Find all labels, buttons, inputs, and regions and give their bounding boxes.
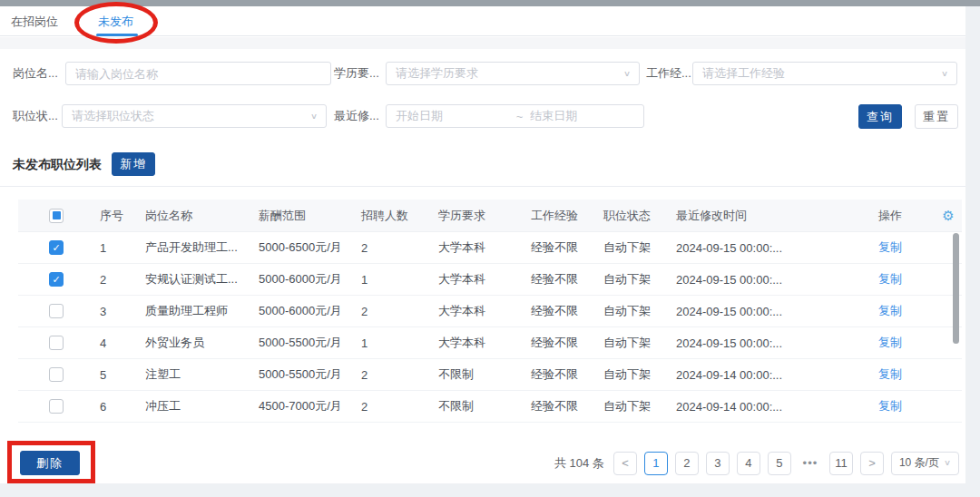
page-button-2[interactable]: 2 bbox=[675, 452, 699, 475]
row-modified: 2024-09-15 00:00:... bbox=[676, 273, 878, 287]
page: 在招岗位 未发布 岗位名... 学历要... 请选择学历要求 ∨ 工作经... … bbox=[0, 0, 980, 497]
job-name-label: 岗位名... bbox=[13, 62, 58, 85]
row-name: 质量助理工程师 bbox=[145, 303, 259, 319]
row-checkbox[interactable]: ✓ bbox=[49, 240, 64, 255]
col-header-actions: 操作 bbox=[878, 208, 935, 224]
table-row: ✓ 3 质量助理工程师 5000-6000元/月 2 大学本科 经验不限 自动下… bbox=[18, 296, 962, 327]
row-headcount: 1 bbox=[361, 336, 438, 350]
delete-button[interactable]: 删除 bbox=[20, 451, 80, 475]
row-modified: 2024-09-14 00:00:... bbox=[676, 368, 878, 382]
vertical-scrollbar-thumb[interactable] bbox=[953, 233, 959, 344]
experience-select[interactable]: 请选择工作经验 ∨ bbox=[692, 62, 957, 85]
copy-link[interactable]: 复制 bbox=[878, 399, 902, 413]
col-header-name: 岗位名称 bbox=[145, 208, 259, 224]
page-size-select[interactable]: 10 条/页 ∨ bbox=[891, 452, 959, 475]
col-header-index: 序号 bbox=[100, 208, 145, 224]
reset-button[interactable]: 重置 bbox=[915, 104, 958, 129]
page-size-value: 10 条/页 bbox=[899, 455, 939, 471]
chevron-down-icon: ∨ bbox=[944, 458, 951, 467]
date-range-picker[interactable]: 开始日期 ~ 结束日期 bbox=[386, 104, 644, 128]
pagination: 共 104 条 < 1 2 3 4 5 ••• 11 > 10 条/页 ∨ bbox=[554, 451, 959, 475]
row-modified: 2024-09-15 00:00:... bbox=[676, 241, 878, 255]
row-checkbox[interactable]: ✓ bbox=[49, 399, 64, 414]
table-row: ✓ 4 外贸业务员 5000-5500元/月 1 大学本科 经验不限 自动下架 … bbox=[18, 327, 962, 359]
date-end-placeholder: 结束日期 bbox=[530, 108, 643, 124]
row-name: 产品开发助理工... bbox=[145, 239, 259, 256]
education-select[interactable]: 请选择学历要求 ∨ bbox=[386, 62, 640, 85]
row-checkbox[interactable]: ✓ bbox=[49, 367, 64, 382]
top-strip bbox=[0, 0, 980, 6]
chevron-down-icon: ∨ bbox=[941, 69, 956, 78]
select-all-checkbox[interactable] bbox=[49, 209, 64, 223]
row-headcount: 2 bbox=[361, 400, 438, 414]
next-page-button[interactable]: > bbox=[860, 452, 884, 475]
col-header-modified: 最近修改时间 bbox=[676, 208, 878, 224]
tab-gap-band bbox=[0, 37, 965, 49]
row-education: 大学本科 bbox=[438, 303, 531, 319]
tab-unpublished[interactable]: 未发布 bbox=[98, 6, 133, 36]
row-checkbox[interactable]: ✓ bbox=[49, 336, 64, 350]
row-experience: 经验不限 bbox=[531, 303, 603, 319]
row-salary: 5000-5500元/月 bbox=[259, 366, 361, 383]
status-select[interactable]: 请选择职位状态 ∨ bbox=[62, 104, 327, 128]
section-divider bbox=[0, 186, 965, 187]
page-button-3[interactable]: 3 bbox=[706, 452, 730, 475]
row-checkbox[interactable]: ✓ bbox=[49, 272, 64, 287]
row-salary: 5000-6000元/月 bbox=[259, 303, 361, 319]
modified-filter-label: 最近修... bbox=[334, 104, 379, 128]
row-status: 自动下架 bbox=[603, 303, 676, 319]
status-select-placeholder: 请选择职位状态 bbox=[63, 108, 310, 124]
row-headcount: 2 bbox=[361, 305, 438, 318]
page-button-11[interactable]: 11 bbox=[829, 452, 853, 475]
table-row: ✓ 2 安规认证测试工... 5000-6000元/月 1 大学本科 经验不限 … bbox=[18, 264, 962, 296]
col-header-headcount: 招聘人数 bbox=[361, 208, 438, 224]
col-header-experience: 工作经验 bbox=[531, 208, 603, 224]
row-name: 安规认证测试工... bbox=[145, 271, 259, 287]
row-experience: 经验不限 bbox=[531, 366, 603, 383]
row-index: 5 bbox=[100, 368, 145, 382]
copy-link[interactable]: 复制 bbox=[878, 336, 902, 349]
page-button-1[interactable]: 1 bbox=[644, 452, 668, 475]
table-row: ✓ 6 冲压工 4500-7000元/月 2 不限制 经验不限 自动下架 202… bbox=[18, 391, 962, 423]
row-name: 冲压工 bbox=[145, 398, 259, 414]
copy-link[interactable]: 复制 bbox=[878, 240, 902, 254]
positions-table: 序号 岗位名称 薪酬范围 招聘人数 学历要求 工作经验 职位状态 最近修改时间 … bbox=[18, 200, 962, 423]
copy-link[interactable]: 复制 bbox=[878, 272, 902, 286]
row-headcount: 2 bbox=[361, 368, 438, 382]
col-header-education: 学历要求 bbox=[438, 208, 531, 224]
experience-filter-label: 工作经... bbox=[646, 62, 691, 85]
row-education: 不限制 bbox=[438, 398, 531, 414]
row-index: 4 bbox=[100, 336, 145, 350]
row-index: 1 bbox=[100, 241, 145, 255]
row-experience: 经验不限 bbox=[531, 239, 603, 256]
chevron-down-icon: ∨ bbox=[623, 69, 639, 78]
page-ellipsis[interactable]: ••• bbox=[799, 452, 822, 475]
row-status: 自动下架 bbox=[603, 239, 676, 256]
row-status: 自动下架 bbox=[603, 366, 676, 383]
prev-page-button[interactable]: < bbox=[613, 452, 637, 475]
copy-link[interactable]: 复制 bbox=[878, 367, 902, 381]
table-row: ✓ 1 产品开发助理工... 5000-6500元/月 2 大学本科 经验不限 … bbox=[18, 232, 962, 264]
row-status: 自动下架 bbox=[603, 398, 676, 414]
page-button-4[interactable]: 4 bbox=[737, 452, 760, 475]
row-experience: 经验不限 bbox=[531, 335, 603, 351]
row-salary: 5000-6000元/月 bbox=[259, 271, 361, 287]
table-row: ✓ 5 注塑工 5000-5500元/月 2 不限制 经验不限 自动下架 202… bbox=[18, 359, 962, 391]
add-button[interactable]: 新增 bbox=[112, 152, 155, 176]
chevron-down-icon: ∨ bbox=[310, 112, 326, 121]
row-name: 外贸业务员 bbox=[145, 335, 259, 351]
total-count: 共 104 条 bbox=[554, 455, 604, 472]
section-title: 未发布职位列表 bbox=[13, 157, 102, 173]
copy-link[interactable]: 复制 bbox=[878, 304, 902, 317]
gear-icon[interactable]: ⚙ bbox=[942, 208, 954, 223]
row-checkbox[interactable]: ✓ bbox=[49, 304, 64, 318]
page-button-5[interactable]: 5 bbox=[768, 452, 791, 475]
job-name-input[interactable] bbox=[66, 63, 330, 84]
date-start-placeholder: 开始日期 bbox=[387, 108, 509, 124]
education-select-placeholder: 请选择学历要求 bbox=[387, 65, 623, 82]
col-header-status: 职位状态 bbox=[603, 208, 676, 224]
row-salary: 4500-7000元/月 bbox=[259, 398, 361, 414]
tab-active-jobs[interactable]: 在招岗位 bbox=[11, 6, 58, 36]
search-button[interactable]: 查询 bbox=[858, 104, 902, 129]
row-experience: 经验不限 bbox=[531, 271, 603, 287]
